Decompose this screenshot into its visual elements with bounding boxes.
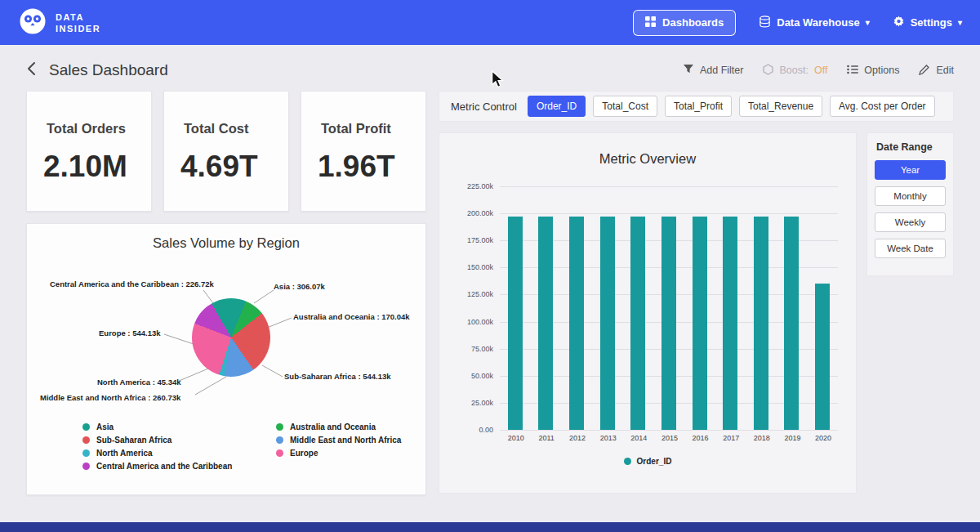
bar-2017[interactable] xyxy=(723,217,737,430)
metric-control-label: Metric Control xyxy=(451,101,517,113)
legend-label: Order_ID xyxy=(637,457,672,466)
settings-label: Settings xyxy=(911,16,952,29)
edit-label: Edit xyxy=(936,65,954,76)
bar-2011[interactable] xyxy=(538,217,553,430)
kpi-label: Total Profit xyxy=(321,121,411,136)
x-axis-tick: 2020 xyxy=(815,434,830,442)
kpi-card-total-profit: Total Profit 1.96T xyxy=(301,91,426,212)
legend-label: Central America and the Caribbean xyxy=(96,462,232,471)
legend-label: Asia xyxy=(96,422,114,431)
funnel-icon xyxy=(683,64,694,77)
legend-dot xyxy=(82,449,90,457)
legend-dot xyxy=(82,436,90,444)
kpi-value: 2.10M xyxy=(43,150,136,184)
boost-value: Off xyxy=(814,65,827,76)
legend-label: Sub-Saharan Africa xyxy=(96,436,172,445)
boost-toggle[interactable]: Boost: Off xyxy=(763,64,827,78)
pie-circle[interactable] xyxy=(192,298,270,377)
pie-legend: Asia Sub-Saharan Africa North America Ce… xyxy=(40,422,412,471)
bar-2020[interactable] xyxy=(815,284,830,430)
legend-dot xyxy=(82,423,90,431)
pie-callout-central-america-caribbean: Central America and the Caribbean : 226.… xyxy=(50,279,214,288)
x-axis-tick: 2013 xyxy=(600,434,615,442)
metric-control-bar: Metric Control Order_ID Total_Cost Total… xyxy=(439,91,954,122)
date-range-card: Date Range Year Monthly Weekly Week Date xyxy=(866,132,954,276)
gear-icon xyxy=(893,16,905,30)
pie-callout-north-america: North America : 45.34k xyxy=(97,378,181,387)
bar-2015[interactable] xyxy=(662,217,676,430)
x-axis: 2010201120122013201420152016201720182019… xyxy=(500,434,838,442)
metric-button-total-profit[interactable]: Total_Profit xyxy=(665,96,732,117)
date-range-weekly-button[interactable]: Weekly xyxy=(875,212,946,232)
pie-callout-middle-east-north-africa: Middle East and North Africa : 260.73k xyxy=(40,393,180,402)
y-axis-tick: 100.00k xyxy=(454,318,493,326)
legend-item[interactable]: Middle East and North Africa xyxy=(276,436,401,445)
add-filter-button[interactable]: Add Filter xyxy=(683,64,744,77)
back-button[interactable] xyxy=(26,61,36,79)
bar-2016[interactable] xyxy=(693,217,707,430)
options-button[interactable]: Options xyxy=(847,65,899,77)
footer-strip xyxy=(0,522,980,532)
y-axis-tick: 200.00k xyxy=(454,209,493,217)
metric-button-total-cost[interactable]: Total_Cost xyxy=(593,96,657,117)
legend-item[interactable]: Europe xyxy=(276,449,401,458)
page-title: Sales Dashboard xyxy=(49,61,168,79)
metric-button-avg-cost-per-order[interactable]: Avg. Cost per Order xyxy=(830,96,935,117)
edit-button[interactable]: Edit xyxy=(919,64,954,78)
date-range-monthly-button[interactable]: Monthly xyxy=(875,186,946,206)
bar-2019[interactable] xyxy=(784,217,799,430)
pie-callout-europe: Europe : 544.13k xyxy=(99,329,161,338)
bar-2012[interactable] xyxy=(569,217,584,430)
legend-label: Australia and Oceania xyxy=(290,422,376,431)
data-warehouse-menu[interactable]: Data Warehouse ▾ xyxy=(759,16,869,30)
x-axis-tick: 2019 xyxy=(784,434,799,442)
bar-chart-plot: 225.00k200.00k175.00k150.00k125.00k100.0… xyxy=(500,186,838,430)
dashboards-nav-button[interactable]: Dashboards xyxy=(633,10,736,36)
bar-2010[interactable] xyxy=(508,217,523,430)
x-axis-tick: 2010 xyxy=(508,434,523,442)
add-filter-label: Add Filter xyxy=(700,65,744,76)
legend-item[interactable]: Sub-Saharan Africa xyxy=(82,436,276,445)
pie-chart-title: Sales Volume by Region xyxy=(40,235,412,251)
metric-button-order-id[interactable]: Order_ID xyxy=(528,96,586,117)
y-axis-tick: 50.00k xyxy=(454,372,493,380)
bar-2014[interactable] xyxy=(630,217,645,430)
date-range-week-date-button[interactable]: Week Date xyxy=(875,239,946,258)
data-warehouse-label: Data Warehouse xyxy=(777,16,859,29)
dashboards-label: Dashboards xyxy=(662,16,724,29)
legend-label: Europe xyxy=(290,449,318,458)
x-axis-tick: 2015 xyxy=(662,434,676,442)
list-icon xyxy=(847,65,858,77)
y-axis-tick: 75.00k xyxy=(454,345,493,353)
y-axis-tick: 150.00k xyxy=(454,263,493,271)
bar-2013[interactable] xyxy=(600,217,615,430)
pencil-icon xyxy=(919,64,930,78)
x-axis-tick: 2016 xyxy=(693,434,707,442)
pie-chart: Asia : 306.07k Australia and Oceania : 1… xyxy=(40,257,412,418)
metric-button-total-revenue[interactable]: Total_Revenue xyxy=(739,96,822,117)
y-axis-tick: 25.00k xyxy=(454,399,493,407)
pie-callout-sub-saharan-africa: Sub-Saharan Africa : 544.13k xyxy=(284,372,391,381)
legend-item[interactable]: Australia and Oceania xyxy=(276,422,401,431)
bar-chart-title: Metric Overview xyxy=(454,151,841,167)
bar-chart-legend[interactable]: Order_ID xyxy=(454,457,841,466)
y-axis-tick: 175.00k xyxy=(454,236,493,244)
pie-chart-card: Sales Volume by Region Asia : 306.07k xyxy=(26,223,426,495)
legend-item[interactable]: North America xyxy=(82,449,276,458)
legend-item[interactable]: Central America and the Caribbean xyxy=(82,462,276,471)
settings-menu[interactable]: Settings ▾ xyxy=(893,16,962,30)
bar-2018[interactable] xyxy=(754,217,768,430)
dashboard-body: Total Orders 2.10M Total Cost 4.69T Tota… xyxy=(0,91,980,495)
x-axis-tick: 2012 xyxy=(569,434,584,442)
chevron-down-icon: ▾ xyxy=(958,18,962,27)
legend-dot xyxy=(82,463,90,470)
brand[interactable]: DATA INSIDER xyxy=(18,7,100,39)
brand-line1: DATA xyxy=(56,11,100,23)
date-range-year-button[interactable]: Year xyxy=(875,160,946,180)
legend-item[interactable]: Asia xyxy=(82,422,276,431)
gridline xyxy=(500,430,838,431)
dashboard-header: Sales Dashboard Add Filter Boost: Off xyxy=(0,45,980,91)
brand-line2: INSIDER xyxy=(56,23,100,34)
chevron-down-icon: ▾ xyxy=(866,18,870,27)
grid-icon xyxy=(645,16,656,29)
